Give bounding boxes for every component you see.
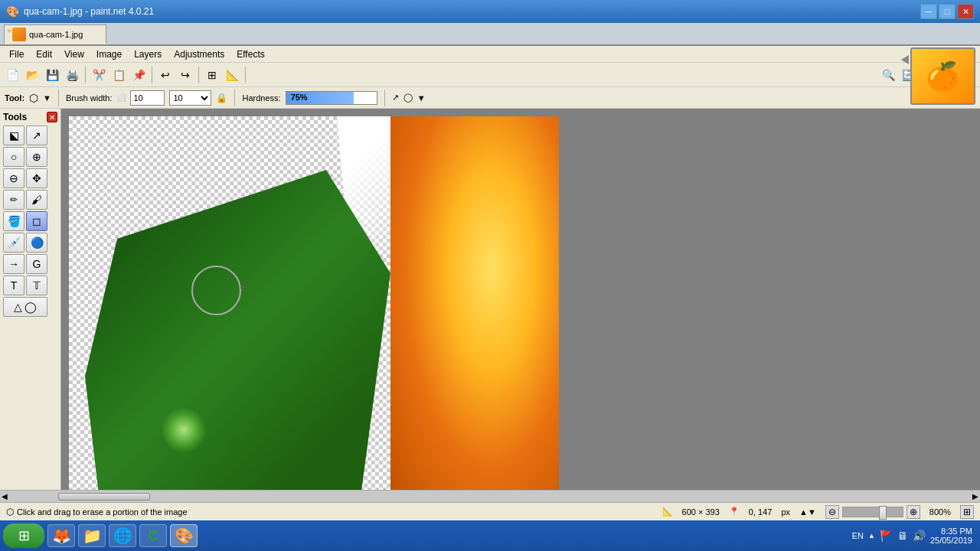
tool-pencil[interactable]: ✏ xyxy=(3,190,24,210)
options-sep-1 xyxy=(58,90,59,106)
taskbar-right: EN ▲ 🚩 🖥 🔊 8:35 PM 25/05/2019 xyxy=(852,527,977,545)
window-title: qua-cam-1.jpg - paint.net 4.0.21 xyxy=(24,6,154,17)
save-button[interactable]: 💾 xyxy=(43,66,61,84)
tools-panel-close[interactable]: ✕ xyxy=(47,112,57,122)
tool-text[interactable]: T xyxy=(3,276,24,295)
zoom-slider-thumb[interactable] xyxy=(879,506,887,520)
copy-button[interactable]: 📋 xyxy=(109,66,128,84)
paste-button[interactable]: 📌 xyxy=(129,66,148,84)
tool-select-lasso[interactable]: ↗ xyxy=(26,126,47,145)
print-button[interactable]: 🖨️ xyxy=(63,66,81,84)
maximize-button[interactable]: □ xyxy=(939,4,956,19)
brush-width-input[interactable] xyxy=(130,90,165,106)
menu-layers[interactable]: Layers xyxy=(128,47,168,61)
resize-button[interactable]: 📐 xyxy=(223,66,241,84)
tool-shapes[interactable]: △ ◯ xyxy=(3,297,47,317)
menu-image[interactable]: Image xyxy=(90,47,128,61)
taskbar-explorer[interactable]: 📁 xyxy=(78,524,106,547)
status-right: 📐 600 × 393 📍 0, 147 px ▲▼ ⊖ ⊕ 800% ⊞ xyxy=(662,505,974,519)
thumbnail-arrow xyxy=(901,55,909,64)
canvas-dimensions: 600 × 393 xyxy=(682,507,720,517)
canvas-container[interactable]: ✛ xyxy=(61,109,980,490)
menu-edit[interactable]: Edit xyxy=(30,47,58,61)
options-sep-3 xyxy=(384,90,385,106)
hardness-label: Hardness: xyxy=(242,93,280,103)
taskbar-paintnet[interactable]: 🎨 xyxy=(170,524,198,547)
taskbar-chrome[interactable]: 🌐 xyxy=(109,524,136,547)
tool-select-ellipse[interactable]: ○ xyxy=(3,147,24,167)
hardness-bar[interactable]: 75% xyxy=(286,91,377,105)
start-button[interactable]: ⊞ xyxy=(3,523,44,548)
tools-panel-title: Tools xyxy=(3,112,27,122)
tool-fill[interactable]: 🪣 xyxy=(3,211,24,231)
canvas-image xyxy=(69,116,559,490)
brush-extra-icon: ▼ xyxy=(417,93,426,103)
title-bar-left: 🎨 qua-cam-1.jpg - paint.net 4.0.21 xyxy=(6,5,154,18)
open-button[interactable]: 📂 xyxy=(23,66,41,84)
redo-button[interactable]: ↪ xyxy=(176,66,194,84)
tool-text-2[interactable]: 𝕋 xyxy=(26,276,47,295)
brush-width-icon: ⬜ xyxy=(116,93,126,102)
horizontal-scrollbar[interactable]: ◀ ▶ xyxy=(0,490,980,502)
canvas-green-leaf xyxy=(69,170,390,490)
new-button[interactable]: 📄 xyxy=(3,66,21,84)
tab-label: qua-cam-1.jpg xyxy=(29,30,83,39)
tab-thumbnail xyxy=(12,28,26,41)
brush-round-icon: ◯ xyxy=(403,93,413,103)
status-tool-icon: ⬡ xyxy=(6,507,14,517)
zoom-out-button[interactable]: ⊖ xyxy=(825,505,839,519)
start-icon: ⊞ xyxy=(18,527,30,544)
brush-width-label: Brush width: xyxy=(66,93,113,103)
status-message: Click and drag to erase a portion of the… xyxy=(17,507,188,517)
tool-eraser[interactable]: ◻ xyxy=(26,211,47,231)
scroll-right-arrow[interactable]: ▶ xyxy=(972,492,978,500)
menu-view[interactable]: View xyxy=(58,47,90,61)
cursor-coordinates: 0, 147 xyxy=(749,507,773,517)
tool-color-pick[interactable]: 💉 xyxy=(3,233,24,253)
menu-effects[interactable]: Effects xyxy=(230,47,270,61)
tool-recolor[interactable]: → xyxy=(3,254,24,274)
tools-panel-header: Tools ✕ xyxy=(3,112,57,122)
zoom-slider[interactable] xyxy=(842,507,903,517)
clock-time: 8:35 PM xyxy=(930,527,972,536)
unit-toggle[interactable]: ▲▼ xyxy=(799,507,816,517)
toolbar-sep-3 xyxy=(198,67,199,83)
undo-button[interactable]: ↩ xyxy=(156,66,175,84)
zoom-fit-button[interactable]: ⊞ xyxy=(960,505,974,519)
tool-move[interactable]: ✥ xyxy=(26,168,47,188)
menu-file[interactable]: File xyxy=(3,47,30,61)
tool-gradient[interactable]: G xyxy=(26,254,47,274)
tab-qua-cam[interactable]: ★ qua-cam-1.jpg xyxy=(4,24,106,44)
zoom-mode-button[interactable]: 🔍 xyxy=(879,66,897,84)
dimensions-icon: 📐 xyxy=(662,507,673,517)
canvas-leaf-highlight xyxy=(161,407,207,453)
clock-date: 25/05/2019 xyxy=(930,536,972,545)
tool-zoom-minus[interactable]: ⊖ xyxy=(3,168,24,188)
hardness-container: 75% xyxy=(286,91,377,105)
zoom-bar: ⊖ ⊕ xyxy=(825,505,920,519)
tool-clone[interactable]: 🔵 xyxy=(26,233,47,253)
tool-brush[interactable]: 🖌 xyxy=(26,190,47,210)
taskbar-firefox[interactable]: 🦊 xyxy=(47,524,75,547)
tool-select-rect[interactable]: ⬕ xyxy=(3,126,24,145)
notification-icon: 🚩 xyxy=(880,530,893,542)
title-bar: 🎨 qua-cam-1.jpg - paint.net 4.0.21 ─ □ ✕ xyxy=(0,0,980,23)
tabs-area: ★ qua-cam-1.jpg 🍊 xyxy=(0,23,980,46)
minimize-button[interactable]: ─ xyxy=(920,4,937,19)
current-tool-icon: ⬡ xyxy=(29,92,38,104)
close-button[interactable]: ✕ xyxy=(957,4,974,19)
scroll-left-arrow[interactable]: ◀ xyxy=(2,492,8,500)
paintnet-icon: 🎨 xyxy=(175,527,194,545)
volume-icon: 🔊 xyxy=(913,530,926,542)
zoom-in-button[interactable]: ⊕ xyxy=(906,505,920,519)
coords-icon: 📍 xyxy=(729,507,740,517)
brush-width-select[interactable]: 10 xyxy=(169,90,211,106)
crop-button[interactable]: ⊞ xyxy=(203,66,221,84)
zoom-level: 800% xyxy=(929,507,951,517)
cut-button[interactable]: ✂️ xyxy=(90,66,108,84)
status-left: ⬡ Click and drag to erase a portion of t… xyxy=(6,507,188,517)
scroll-thumb[interactable] xyxy=(58,493,150,500)
taskbar-clipgrab[interactable]: C xyxy=(139,524,167,547)
menu-adjustments[interactable]: Adjustments xyxy=(168,47,230,61)
tool-zoom-plus[interactable]: ⊕ xyxy=(26,147,47,167)
